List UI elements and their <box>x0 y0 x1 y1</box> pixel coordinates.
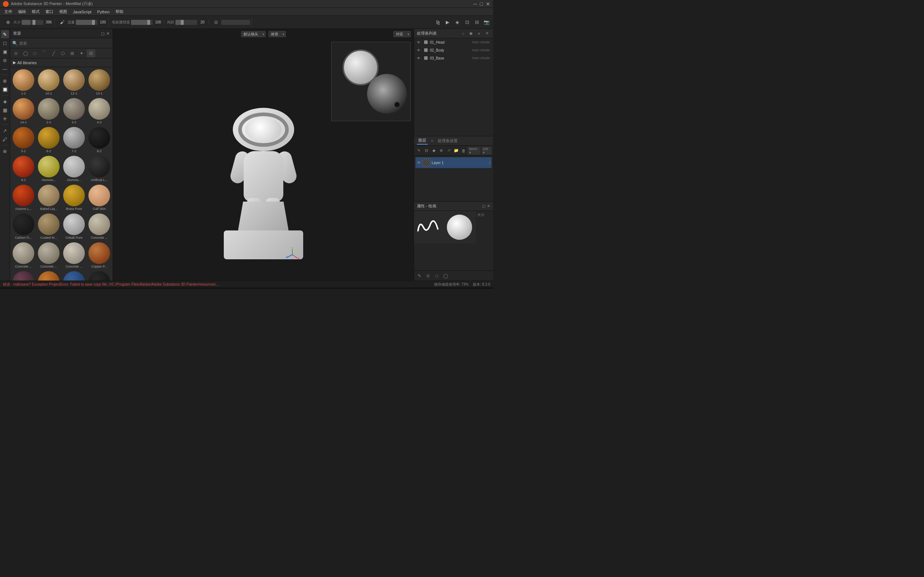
minimize-button[interactable]: ─ <box>473 1 477 7</box>
material-item-concrete1[interactable]: Concrete ... <box>87 213 111 240</box>
panel-close-icon[interactable]: ✕ <box>106 31 110 36</box>
panel-minimize-icon[interactable]: ◻ <box>101 31 105 36</box>
material-item-brass[interactable]: Brass Pure <box>62 184 86 211</box>
playback-btn[interactable]: ▶ <box>443 18 452 27</box>
layers-paint-btn[interactable]: ✎ <box>415 147 422 154</box>
camera-btn[interactable]: 📷 <box>482 18 491 27</box>
material-item-3-2[interactable]: 3-2 <box>62 97 86 125</box>
material-item-alum1[interactable]: Alumniu... <box>37 155 61 182</box>
clone-tool-btn[interactable]: — <box>1 65 9 73</box>
material-item-6-2[interactable]: 6-2 <box>37 126 61 154</box>
maximize-button[interactable]: □ <box>480 1 483 7</box>
material-btn[interactable]: ◈ <box>1 97 9 105</box>
menu-python[interactable]: Python <box>94 9 112 15</box>
view-mode-select[interactable]: 对应 <box>393 31 411 37</box>
paint-tool-btn[interactable]: ✎ <box>1 30 9 38</box>
filter-circle-btn[interactable]: ◯ <box>21 49 30 57</box>
move-btn[interactable]: ↗ <box>1 127 9 134</box>
render-eye-body[interactable]: 👁 <box>417 48 422 52</box>
material-item-fabric1[interactable]: Fabric Ba... <box>37 271 61 280</box>
canvas-area[interactable]: 默认镜头 材质 对应 <box>113 29 414 280</box>
prop-square-btn[interactable]: □ <box>433 272 441 280</box>
selection-btn[interactable]: ▦ <box>1 106 9 114</box>
opacity-input[interactable]: 100 ▾ <box>481 147 492 155</box>
all-libraries-item[interactable]: ▶ All libraries <box>10 58 113 67</box>
menu-javascript[interactable]: JavaScript <box>70 9 94 15</box>
prop-brush-btn[interactable]: ✎ <box>415 272 423 280</box>
layers-anchor-btn[interactable]: ⊕ <box>438 147 445 154</box>
render-btn[interactable]: ◈ <box>453 18 462 27</box>
filter-brush-btn[interactable]: ╱ <box>49 49 58 57</box>
material-item-9-2[interactable]: 9-2 <box>11 155 36 182</box>
symmetry-btn[interactable]: ⧎ <box>433 18 442 27</box>
material-item-calf[interactable]: Calf Skin <box>87 184 111 211</box>
menu-window[interactable]: 窗口 <box>43 8 56 15</box>
prop-circle-btn[interactable]: ◯ <box>441 272 449 280</box>
filter-all-btn[interactable]: ⊟ <box>87 49 95 57</box>
shading-select[interactable]: 材质 <box>268 31 286 37</box>
material-item-autumn[interactable]: Autumn L... <box>11 184 36 211</box>
menu-help[interactable]: 帮助 <box>113 8 126 15</box>
material-item-13-1[interactable]: 13-1 <box>87 69 111 96</box>
material-item-fabric2[interactable]: Fabric Ba... <box>62 271 86 280</box>
size-slider[interactable] <box>22 20 43 25</box>
layers-delete-btn[interactable]: 🗑 <box>460 147 467 154</box>
material-item-1-2[interactable]: 1-2 <box>11 69 36 96</box>
menu-mode[interactable]: 模式 <box>29 8 43 15</box>
filter-hex-btn[interactable]: ⬡ <box>58 49 67 57</box>
layers-mask-btn[interactable]: ⊟ <box>423 147 430 154</box>
flow-slider[interactable] <box>76 20 97 25</box>
material-item-7-2[interactable]: 7-2 <box>62 126 86 154</box>
filter-square-btn[interactable]: □ <box>30 49 39 57</box>
layers-link-btn[interactable]: ↗ <box>446 147 452 154</box>
fill-tool-btn[interactable]: ▣ <box>1 48 9 56</box>
paint-icon[interactable]: 🖌 <box>58 18 66 27</box>
render-list-icon3[interactable]: ≡ <box>476 30 482 37</box>
material-item-cobalt[interactable]: Cobalt Pure <box>62 213 86 240</box>
smudge-tool-btn[interactable]: ⊘ <box>1 56 9 64</box>
tab-layers-close[interactable]: ✕ <box>431 139 433 143</box>
bake-btn[interactable]: ⊛ <box>1 147 9 155</box>
menu-edit[interactable]: 编辑 <box>15 8 29 15</box>
material-item-4-2[interactable]: 4-2 <box>87 97 111 125</box>
toolbar-brush-size-btn[interactable]: ⊕ <box>3 18 12 27</box>
blend-mode-dropdown[interactable]: Norm ▾ <box>468 147 480 155</box>
material-item-coated[interactable]: Coated M... <box>37 213 61 240</box>
material-item-baked[interactable]: Baked Liq... <box>37 184 61 211</box>
interval-slider[interactable] <box>175 20 197 25</box>
material-item-14-1[interactable]: 14-1 <box>11 97 36 125</box>
layers-folder-btn[interactable]: 📁 <box>452 147 459 154</box>
brush-preset-btn[interactable]: ⊕ <box>1 77 9 85</box>
material-item-5-2[interactable]: 5-2 <box>11 126 36 154</box>
render-item-head[interactable]: 👁 01_Head Main shader <box>414 38 493 46</box>
material-item-denim[interactable]: Denim Ri... <box>11 271 36 280</box>
material-item-10-1[interactable]: 10-1 <box>37 69 61 96</box>
camera-select[interactable]: 默认镜头 <box>241 31 266 37</box>
picker-btn[interactable]: 🖊 <box>1 135 9 143</box>
filter-grid-btn[interactable]: ⊞ <box>68 49 76 57</box>
material-item-8-2[interactable]: 8-2 <box>87 126 111 154</box>
tab-settings[interactable]: 处理条设置 <box>436 137 459 144</box>
render-eye-base[interactable]: 👁 <box>417 56 422 60</box>
layers-effect-btn[interactable]: ◆ <box>430 147 437 154</box>
layer-row-1[interactable]: 👁 Layer 1 | <box>415 157 492 168</box>
material-item-fabric-de[interactable]: Fabric De... <box>87 271 111 280</box>
filter-sphere-btn[interactable]: ⊙ <box>11 49 20 57</box>
material-item-carbon[interactable]: Carbon Fi... <box>11 213 36 240</box>
prop-sphere-btn[interactable]: ⊙ <box>424 272 432 280</box>
material-item-artificial[interactable]: Artificial L... <box>87 155 111 182</box>
search-input[interactable] <box>19 41 110 45</box>
transform-btn[interactable]: ✛ <box>1 115 9 122</box>
render-list-icon1[interactable]: ○ <box>460 30 466 37</box>
menu-file[interactable]: 文件 <box>2 8 15 15</box>
align-icon[interactable]: ⊙ <box>212 18 220 27</box>
material-item-copper[interactable]: Copper P... <box>87 242 111 269</box>
material-item-12-1[interactable]: 12-1 <box>62 69 86 96</box>
material-item-concrete4[interactable]: Concrete ... <box>62 242 86 269</box>
view3d-btn[interactable]: ⊟ <box>472 18 481 27</box>
color-pick-btn[interactable]: 🔲 <box>1 85 9 93</box>
eraser-tool-btn[interactable]: ◻ <box>1 39 9 47</box>
material-item-concrete3[interactable]: Concrete ... <box>37 242 61 269</box>
material-item-concrete2[interactable]: Concrete ... <box>11 242 36 269</box>
filter-fx-btn[interactable]: ✦ <box>77 49 86 57</box>
